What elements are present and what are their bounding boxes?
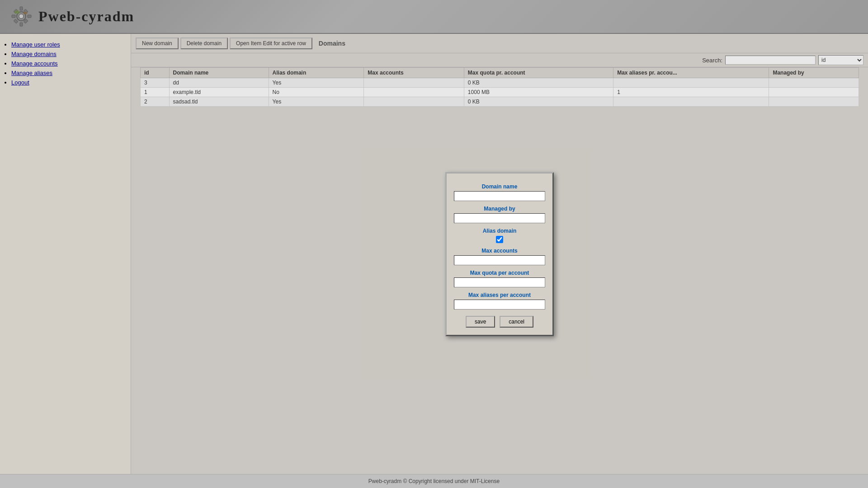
max-quota-label: Max quota per account <box>454 270 545 276</box>
content: New domain Delete domain Open Item Edit … <box>131 34 868 474</box>
logout-link[interactable]: Logout <box>11 79 29 86</box>
modal-buttons: save cancel <box>454 316 545 328</box>
svg-rect-2 <box>20 7 23 10</box>
svg-rect-4 <box>12 15 15 18</box>
alias-domain-checkbox-row <box>454 236 545 243</box>
manage-user-roles-link[interactable]: Manage user roles <box>11 41 60 48</box>
sidebar-item-manage-user-roles[interactable]: Manage user roles <box>11 41 131 48</box>
main-layout: Manage user roles Manage domains Manage … <box>0 34 868 474</box>
svg-point-10 <box>14 10 20 14</box>
manage-domains-link[interactable]: Manage domains <box>11 51 57 57</box>
site-title: Pweb-cyradm <box>38 8 134 25</box>
sidebar-item-manage-aliases[interactable]: Manage aliases <box>11 70 131 76</box>
logo-icon <box>9 4 34 29</box>
alias-domain-checkbox[interactable] <box>496 236 503 243</box>
footer-text: Pweb-cyradm © Copyright licensed under M… <box>368 478 500 484</box>
svg-point-11 <box>23 12 28 14</box>
managed-by-label: Managed by <box>454 206 545 212</box>
save-button[interactable]: save <box>466 316 495 328</box>
modal-dialog: Domain name Managed by Alias domain Max … <box>445 172 554 336</box>
sidebar: Manage user roles Manage domains Manage … <box>0 34 131 474</box>
domain-name-input[interactable] <box>454 191 545 201</box>
footer: Pweb-cyradm © Copyright licensed under M… <box>0 474 868 488</box>
sidebar-item-manage-accounts[interactable]: Manage accounts <box>11 60 131 67</box>
sidebar-item-manage-domains[interactable]: Manage domains <box>11 51 131 57</box>
manage-accounts-link[interactable]: Manage accounts <box>11 60 58 67</box>
svg-rect-3 <box>20 23 23 26</box>
svg-rect-5 <box>28 15 31 18</box>
cancel-button[interactable]: cancel <box>500 316 533 328</box>
alias-domain-label: Alias domain <box>454 228 545 234</box>
max-aliases-label: Max aliases per account <box>454 292 545 298</box>
header: Pweb-cyradm <box>0 0 868 34</box>
manage-aliases-link[interactable]: Manage aliases <box>11 70 52 76</box>
sidebar-item-logout[interactable]: Logout <box>11 79 131 86</box>
max-aliases-input[interactable] <box>454 300 545 310</box>
max-quota-input[interactable] <box>454 277 545 287</box>
max-accounts-label: Max accounts <box>454 248 545 254</box>
logo-area: Pweb-cyradm <box>9 4 134 29</box>
sidebar-list: Manage user roles Manage domains Manage … <box>0 41 131 86</box>
managed-by-input[interactable] <box>454 213 545 223</box>
modal-overlay: Domain name Managed by Alias domain Max … <box>131 34 868 474</box>
domain-name-label: Domain name <box>454 183 545 190</box>
svg-point-1 <box>19 14 24 19</box>
max-accounts-input[interactable] <box>454 255 545 265</box>
svg-rect-8 <box>14 19 18 23</box>
